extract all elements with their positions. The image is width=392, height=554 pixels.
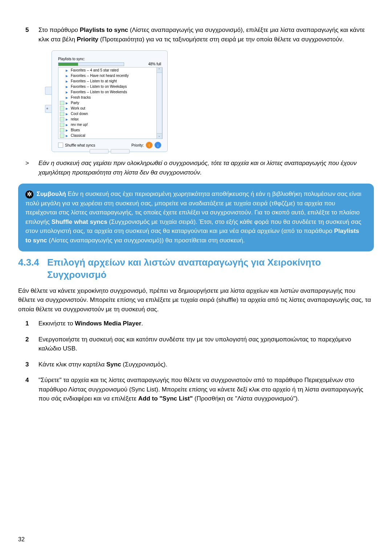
text: Κάντε κλικ στην καρτέλα <box>38 361 106 368</box>
dialog-buttons <box>90 149 130 153</box>
step-text: Κάντε κλικ στην καρτέλα Sync (Συγχρονισμ… <box>38 360 374 369</box>
tip-box: ✲ Συμβουλή Εάν η συσκευή σας έχει περιορ… <box>18 184 374 251</box>
playlists-to-sync-screenshot: o Playlists to sync: 48% full ▶Favorites… <box>52 50 168 152</box>
step-text: "Σύρετε" τα αρχεία και τις λίστες αναπαρ… <box>38 376 374 403</box>
step-number: 1 <box>18 319 38 328</box>
text: (Συγχρονισμός). <box>121 361 167 368</box>
list-item-label: Favorites -- 4 and 5 star rated <box>71 67 119 73</box>
list-item-label: Favorites -- Listen to on Weekdays <box>71 84 127 89</box>
list-item-label: Favorites -- Listen to on Weekends <box>71 89 127 95</box>
body-paragraph: Εάν θέλετε να κάνετε χειροκίνητο συγχρον… <box>18 286 374 314</box>
note-symbol: > <box>18 159 38 177</box>
text: Εκκινήστε το <box>38 320 75 327</box>
list-item-label: Classic Rock <box>71 138 92 139</box>
list-item-label: Work out <box>71 106 85 111</box>
section-heading: 4.3.4 Επιλογή αρχείων και λιστών αναπαρα… <box>18 257 374 281</box>
text-bold: Windows Media Player <box>75 320 141 327</box>
capacity-bar-fill <box>58 63 78 66</box>
list-item-checkbox[interactable] <box>60 117 64 122</box>
step-text: Ενεργοποιήστε τη συσκευή σας και κατόπιν… <box>38 335 374 353</box>
shuffle-checkbox[interactable] <box>58 143 63 148</box>
dialog-button[interactable] <box>111 149 130 153</box>
manual-step-4: 4 "Σύρετε" τα αρχεία και τις λίστες αναπ… <box>18 376 374 403</box>
priority-label: Priority: <box>131 143 144 148</box>
play-icon: ▶ <box>66 101 69 105</box>
tab-handle-label: o <box>45 105 52 113</box>
tab-handle <box>45 87 52 95</box>
list-item[interactable]: ▶rev me up! <box>58 122 162 127</box>
step-number: 2 <box>18 335 38 353</box>
play-icon: ▶ <box>66 74 69 78</box>
play-icon: ▶ <box>66 96 69 99</box>
scroll-down-icon[interactable]: ⌄ <box>156 133 162 139</box>
play-icon: ▶ <box>66 118 69 121</box>
list-item[interactable]: ▶Party <box>58 100 162 106</box>
list-item[interactable]: ▶Favorites -- 4 and 5 star rated <box>58 67 162 73</box>
list-item[interactable]: ▶Work out <box>58 106 162 111</box>
scroll-up-icon[interactable]: ⌃ <box>156 67 162 73</box>
list-item[interactable]: ▶Fresh tracks <box>58 95 162 100</box>
priority-down-button[interactable]: ↓ <box>155 142 161 148</box>
play-icon: ▶ <box>66 90 69 94</box>
list-item-label: rev me up! <box>71 122 88 127</box>
scrollbar-track[interactable] <box>156 73 162 133</box>
tip-icon: ✲ <box>25 190 33 198</box>
note-row: > Εάν η συσκευή σας γεμίσει πριν ολοκληρ… <box>18 159 374 177</box>
list-item-checkbox[interactable] <box>60 112 64 116</box>
manual-step-2: 2 Ενεργοποιήστε τη συσκευή σας και κατόπ… <box>18 335 374 353</box>
play-icon: ▶ <box>66 128 69 132</box>
list-item[interactable]: ▶Favorites -- Listen to at night <box>58 78 162 84</box>
heading-number: 4.3.4 <box>18 257 47 281</box>
list-item-checkbox[interactable] <box>60 123 64 127</box>
heading-text: Επιλογή αρχείων και λιστών αναπαραγωγής … <box>47 257 374 281</box>
play-icon: ▶ <box>66 134 69 138</box>
shuffle-label: Shuffle what syncs <box>65 143 95 148</box>
list-item-label: Classical <box>71 133 85 138</box>
list-item[interactable]: ▶Blues <box>58 127 162 133</box>
playlists-title: Playlists to sync: <box>58 56 85 62</box>
list-item-checkbox[interactable] <box>60 128 64 132</box>
page-number: 32 <box>18 535 25 544</box>
list-item-label: Cool down <box>71 111 88 116</box>
list-item[interactable]: ▶relax <box>58 116 162 122</box>
list-item[interactable]: ▶Favorites -- Listen to on Weekdays <box>58 84 162 89</box>
list-item[interactable]: ▶Cool down <box>58 111 162 116</box>
list-item[interactable]: ▶Favorites -- Listen to on Weekends <box>58 89 162 95</box>
text: (Προσθήκη σε "Λίστα συγχρονισμού"). <box>193 395 299 402</box>
list-item[interactable]: ▶Favorites -- Have not heard recently <box>58 73 162 78</box>
playlist-listbox[interactable]: ▶Favorites -- 4 and 5 star rated▶Favorit… <box>58 67 163 139</box>
text-bold: Add to "Sync List" <box>138 395 193 402</box>
list-item[interactable]: ▶Classic Rock <box>58 138 162 139</box>
list-item-label: relax <box>71 116 79 122</box>
list-item-label: Favorites -- Have not heard recently <box>71 73 129 78</box>
text-bold: Playlists to sync <box>80 26 128 33</box>
list-item-checkbox[interactable] <box>60 101 64 105</box>
list-item-label: Blues <box>71 127 80 133</box>
list-item-label: Favorites -- Listen to at night <box>71 78 117 84</box>
dialog-button[interactable] <box>90 149 109 153</box>
tip-label: Συμβουλή <box>37 190 66 197</box>
list-item-checkbox[interactable] <box>60 139 64 139</box>
priority-up-button[interactable]: ↑ <box>146 142 152 148</box>
step-number: 3 <box>18 360 38 369</box>
list-item-label: Fresh tracks <box>71 95 91 100</box>
play-icon: ▶ <box>66 107 69 110</box>
playlist-footer: Shuffle what syncs Priority: ↑ ↓ <box>58 142 161 148</box>
capacity-row: 48% full <box>58 61 161 67</box>
list-item-checkbox[interactable] <box>60 106 64 111</box>
step-number: 4 <box>18 376 38 403</box>
step-text: Εκκινήστε το Windows Media Player. <box>38 319 374 328</box>
manual-step-3: 3 Κάντε κλικ στην καρτέλα Sync (Συγχρονι… <box>18 360 374 369</box>
capacity-label: 48% full <box>148 61 161 67</box>
list-item-checkbox[interactable] <box>60 134 64 138</box>
play-icon: ▶ <box>66 79 69 83</box>
tip-text: (Λίστες αναπαραγωγής για συγχρονισμό)) θ… <box>47 237 245 244</box>
text: Στο παράθυρο <box>38 26 80 33</box>
text: (Προτεραιότητα) για να τις ταξινομήσετε … <box>98 36 344 43</box>
list-item[interactable]: ▶Classical <box>58 133 162 138</box>
play-icon: ▶ <box>66 123 69 127</box>
step-5: 5 Στο παράθυρο Playlists to sync (Λίστες… <box>18 25 374 44</box>
capacity-bar <box>58 62 124 66</box>
text: . <box>141 320 143 327</box>
play-icon: ▶ <box>66 112 69 116</box>
